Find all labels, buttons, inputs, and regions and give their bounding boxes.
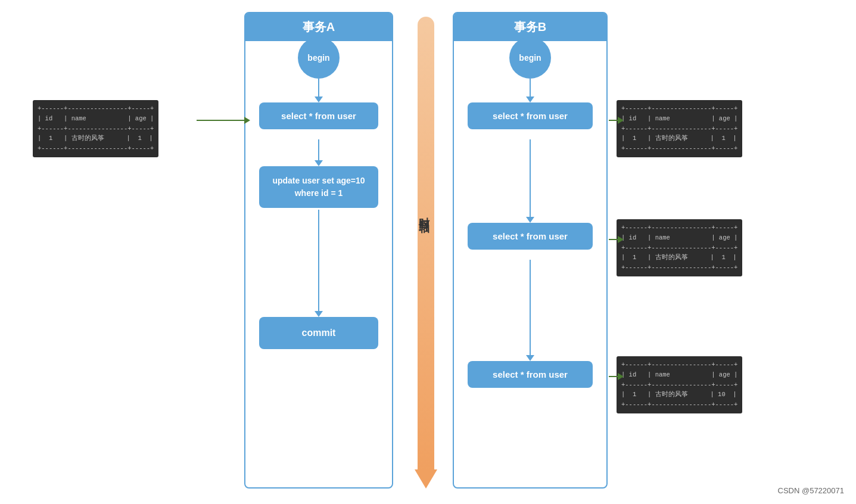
h-arrow-b-1 xyxy=(609,117,624,124)
begin-b-node: begin xyxy=(509,37,551,79)
select1-a-node: select * from user xyxy=(259,102,378,129)
db-result-b-1: +------+----------------+-----+ | id | n… xyxy=(617,100,742,157)
arrow-b-1 xyxy=(526,79,534,102)
h-arrow-b-3 xyxy=(609,373,624,380)
arrow-b-3 xyxy=(526,260,534,361)
transaction-b-box: 事务B begin select * from user select * fr… xyxy=(453,12,608,489)
db-result-b-3: +------+----------------+-----+ | id | n… xyxy=(617,356,742,413)
update-a-node: update user set age=10 where id = 1 xyxy=(259,166,378,208)
select1-b-node: select * from user xyxy=(468,102,593,129)
db-result-a-1: +------+----------------+-----+ | id | n… xyxy=(33,100,158,157)
select3-b-node: select * from user xyxy=(468,361,593,388)
arrow-b-2 xyxy=(526,139,534,223)
diagram-container: 事务A begin select * from user update user… xyxy=(0,0,856,504)
select2-b-node: select * from user xyxy=(468,223,593,250)
arrow-a-3 xyxy=(315,210,323,317)
begin-a-node: begin xyxy=(298,37,340,79)
commit-a-node: commit xyxy=(259,317,378,349)
arrow-a-2 xyxy=(315,139,323,166)
time-axis-label: 时间轴 xyxy=(417,209,431,216)
h-arrow-a-1 xyxy=(197,117,250,124)
h-arrow-b-2 xyxy=(609,236,624,243)
transaction-a-box: 事务A begin select * from user update user… xyxy=(244,12,393,489)
watermark: CSDN @57220071 xyxy=(778,486,844,495)
time-axis xyxy=(415,12,437,489)
arrow-a-1 xyxy=(315,79,323,102)
db-result-b-2: +------+----------------+-----+ | id | n… xyxy=(617,219,742,276)
